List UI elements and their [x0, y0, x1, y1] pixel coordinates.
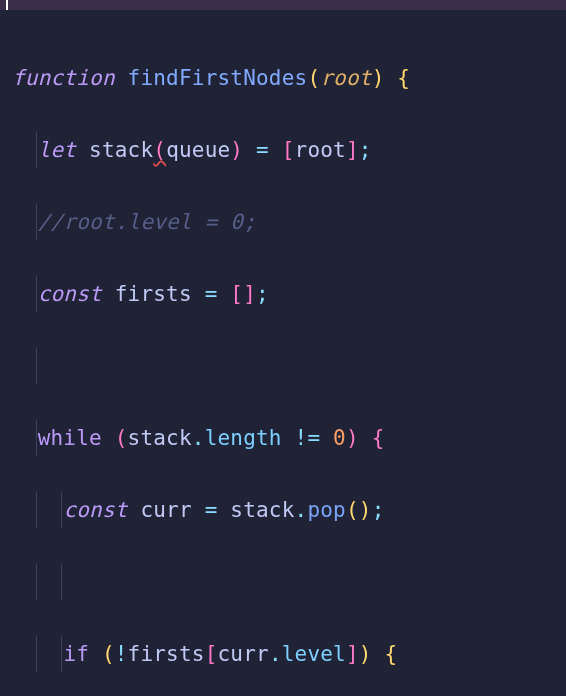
function-name: findFirstNodes [128, 66, 308, 90]
code-editor[interactable]: function findFirstNodes(root) { let stac… [0, 10, 566, 696]
identifier: stack [230, 498, 294, 522]
identifier: stack [89, 138, 153, 162]
keyword: const [63, 498, 127, 522]
property: length [205, 426, 282, 450]
method: pop [307, 498, 346, 522]
keyword: const [38, 282, 102, 306]
code-line: let stack(queue) = [root]; [12, 132, 566, 168]
code-line: while (stack.length != 0) { [12, 420, 566, 456]
parameter: root [320, 66, 371, 90]
keyword: let [38, 138, 77, 162]
identifier: curr [140, 498, 191, 522]
identifier: firsts [128, 642, 205, 666]
keyword: function [12, 66, 115, 90]
property: level [282, 642, 346, 666]
title-bar [0, 0, 566, 10]
code-line: if (!firsts[curr.level]) { [12, 636, 566, 672]
keyword: if [63, 642, 89, 666]
code-line: //root.level = 0; [12, 204, 566, 240]
comment: //root.level = 0; [38, 210, 256, 234]
code-line [12, 348, 566, 384]
identifier: queue [166, 138, 230, 162]
code-line: function findFirstNodes(root) { [12, 60, 566, 96]
text-cursor [6, 0, 8, 10]
code-line: const curr = stack.pop(); [12, 492, 566, 528]
identifier: curr [218, 642, 269, 666]
identifier: stack [128, 426, 192, 450]
number: 0 [333, 426, 346, 450]
code-line: const firsts = []; [12, 276, 566, 312]
identifier: root [295, 138, 346, 162]
identifier: firsts [115, 282, 192, 306]
code-line [12, 564, 566, 600]
keyword: while [38, 426, 102, 450]
